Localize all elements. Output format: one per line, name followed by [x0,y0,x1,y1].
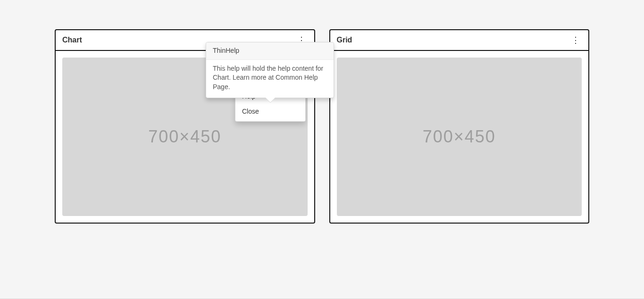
help-popover: ThinHelp This help will hold the help co… [206,42,334,98]
kebab-icon: ⋮ [571,35,580,45]
dropdown-item-label: Close [242,108,259,115]
grid-more-button[interactable]: ⋮ [569,36,582,44]
help-popover-title: ThinHelp [206,42,334,60]
grid-card-body: 700×450 [330,51,589,223]
grid-card-header: Grid ⋮ [330,30,589,51]
chart-card-title: Chart [62,35,82,45]
grid-placeholder-label: 700×450 [423,127,496,147]
help-popover-body: This help will hold the help content for… [206,60,334,98]
dropdown-item-close[interactable]: Close [235,104,305,119]
chart-placeholder-label: 700×450 [148,127,221,147]
grid-card-title: Grid [337,35,352,45]
grid-card: Grid ⋮ 700×450 [329,29,590,224]
popover-arrow-icon [265,98,276,103]
grid-placeholder: 700×450 [337,58,582,216]
